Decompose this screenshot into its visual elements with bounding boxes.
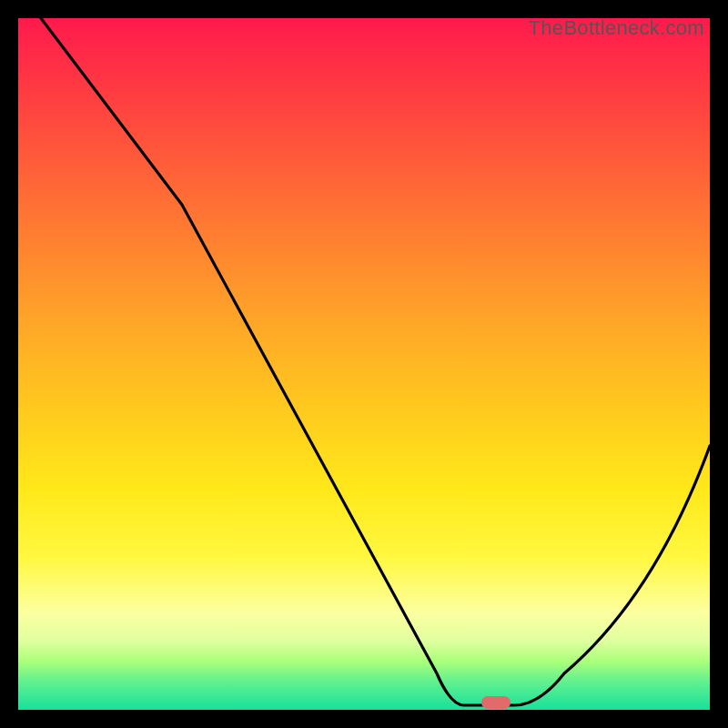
optimal-marker <box>481 696 511 709</box>
plot-area: TheBottleneck.com <box>18 18 710 710</box>
bottleneck-curve <box>18 18 710 710</box>
curve-path <box>41 18 710 705</box>
chart-frame: TheBottleneck.com <box>0 0 728 728</box>
